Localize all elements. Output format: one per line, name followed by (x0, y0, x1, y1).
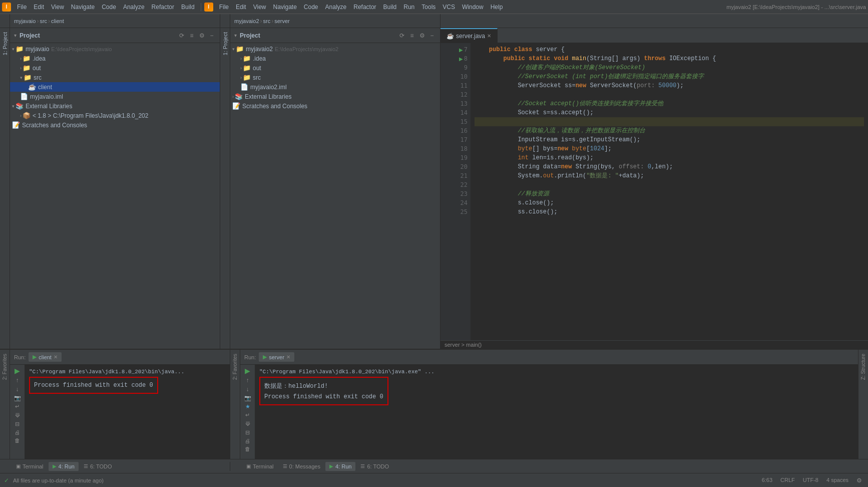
right-scratches-item[interactable]: 📝 Scratches and Consoles (230, 101, 440, 111)
menu-navigate-left[interactable]: Navigate (68, 3, 98, 12)
menu-tools[interactable]: Tools (418, 3, 439, 12)
client-run-tab[interactable]: ▶ client ✕ (29, 352, 62, 362)
run-scroll-btn-left[interactable]: ⟱ (15, 412, 20, 419)
right-bc-project[interactable]: myjavaio2 (234, 18, 259, 24)
left-idea-item[interactable]: › 📁 .idea (10, 54, 220, 63)
run-trash-btn-left[interactable]: 🗑 (15, 437, 20, 443)
todo-tab-left[interactable]: ☰ 6: TODO (80, 462, 116, 471)
run-filter-btn-left[interactable]: ⊟ (15, 421, 20, 427)
menu-window[interactable]: Window (459, 3, 487, 12)
run-star-btn-right[interactable]: ★ (245, 403, 250, 410)
run-up-btn-right[interactable]: ↑ (246, 377, 249, 384)
favorites-label-left[interactable]: 2: Favorites (1, 352, 9, 382)
code-content[interactable]: public class server { public static void… (471, 43, 868, 340)
run-wrap-btn-right[interactable]: ↵ (245, 412, 250, 418)
run-filter-btn-right[interactable]: ⊟ (245, 429, 250, 436)
left-src-item[interactable]: ▾ 📁 src (10, 73, 220, 82)
left-sdk-item[interactable]: › 📦 < 1.8 > C:\Program Files\Java\jdk1.8… (10, 111, 220, 120)
menu-edit-left[interactable]: Edit (31, 3, 47, 12)
right-out-item[interactable]: › 📁 out (230, 63, 440, 73)
todo-tab-right[interactable]: ☰ 6: TODO (356, 462, 393, 471)
bc-sep2: › (48, 18, 50, 25)
server-run-tab[interactable]: ▶ server ✕ (259, 352, 294, 362)
run-play-btn-right[interactable]: ▶ (245, 367, 250, 375)
menu-refactor-right[interactable]: Refactor (350, 3, 379, 12)
menu-code-right[interactable]: Code (301, 3, 321, 12)
run-down-btn-right[interactable]: ↓ (246, 386, 249, 393)
server-tab-close[interactable]: ✕ (286, 354, 290, 360)
run-camera-btn-right[interactable]: 📷 (244, 395, 251, 401)
menu-view-right[interactable]: View (250, 3, 269, 12)
gear-icon-right[interactable]: ⚙ (418, 32, 426, 40)
menu-view-left[interactable]: View (48, 3, 67, 12)
play-icon-7[interactable]: ▶ (459, 47, 463, 53)
run4-tab-right[interactable]: ▶ 4: Run (325, 462, 355, 471)
run-play-btn-left[interactable]: ▶ (15, 367, 20, 375)
right-iml-item[interactable]: 📄 myjavaio2.iml (230, 82, 440, 92)
menu-analyze-left[interactable]: Analyze (120, 3, 148, 12)
left-out-item[interactable]: › 📁 out (10, 63, 220, 73)
menu-refactor-left[interactable]: Refactor (149, 3, 177, 12)
run-print-btn-right[interactable]: 🖨 (245, 438, 250, 444)
status-crlf[interactable]: CRLF (778, 477, 797, 484)
left-run-output: "C:\Program Files\Java\jdk1.8.0_202\bin\… (25, 365, 230, 459)
menu-navigate-right[interactable]: Navigate (270, 3, 299, 12)
run-print-btn-left[interactable]: 🖨 (15, 429, 20, 435)
messages-tab-right[interactable]: ☰ 0: Messages (279, 462, 324, 471)
left-bc-project[interactable]: myjavaiо (14, 18, 36, 24)
right-extlibs-item[interactable]: › 📚 External Libraries (230, 92, 440, 101)
collapse-all-icon[interactable]: ≡ (188, 32, 196, 40)
left-client-item[interactable]: ☕ client (10, 82, 220, 92)
favorites-label-right[interactable]: 2: Favorites (231, 352, 239, 382)
run-trash-btn-right[interactable]: 🗑 (245, 446, 250, 452)
status-indent[interactable]: 4 spaces (824, 477, 850, 484)
left-scratches-item[interactable]: 📝 Scratches and Consoles (10, 120, 220, 130)
gear-icon-left[interactable]: ⚙ (198, 32, 206, 40)
status-encoding[interactable]: UTF-8 (801, 477, 820, 484)
status-position[interactable]: 6:63 (760, 477, 774, 484)
sync-icon[interactable]: ⟳ (178, 32, 186, 40)
right-src-item[interactable]: › 📁 src (230, 73, 440, 82)
menu-code-left[interactable]: Code (99, 3, 119, 12)
right-root-item[interactable]: ▾ 📁 myjavaio2 E:\IdeaProjects\myjavaio2 (230, 44, 440, 54)
sync-icon-right[interactable]: ⟳ (398, 32, 406, 40)
menu-file-right[interactable]: File (216, 3, 232, 12)
menu-vcs[interactable]: VCS (440, 3, 458, 12)
project-tab-label-right[interactable]: 1: Project (221, 28, 230, 59)
terminal-tab-right[interactable]: ▣ Terminal (242, 462, 278, 471)
left-root-item[interactable]: ▾ 📁 myjavaio E:\IdeaProjects\myjavaio (10, 44, 220, 54)
left-extlibs-item[interactable]: ▾ 📚 External Libraries (10, 101, 220, 111)
menu-help[interactable]: Help (488, 3, 506, 12)
code-line-12 (475, 90, 864, 99)
server-java-tab[interactable]: ☕ server.java ✕ (441, 28, 498, 43)
collapse-all-icon-right[interactable]: ≡ (408, 32, 416, 40)
menu-build-left[interactable]: Build (178, 3, 198, 12)
right-bc-src[interactable]: src (263, 18, 271, 24)
status-settings-icon[interactable]: ⚙ (854, 477, 864, 484)
structure-label[interactable]: Z: Structure (859, 352, 867, 382)
run4-tab-left[interactable]: ▶ 4: Run (49, 462, 79, 471)
menu-analyze-right[interactable]: Analyze (322, 3, 350, 12)
minimize-icon-left[interactable]: − (208, 32, 216, 40)
right-idea-item[interactable]: › 📁 .idea (230, 54, 440, 63)
left-iml-item[interactable]: 📄 myjavaio.iml (10, 92, 220, 101)
left-run-panel: Run: ▶ client ✕ ▶ ↑ ↓ 📷 ↵ ⟱ ⊟ 🖨 (10, 350, 230, 459)
client-tab-close[interactable]: ✕ (54, 354, 58, 360)
left-bc-client[interactable]: client (51, 18, 64, 24)
run-up-btn-left[interactable]: ↑ (16, 377, 19, 384)
editor-tab-close[interactable]: ✕ (487, 33, 491, 39)
run-scroll-btn-right[interactable]: ⟱ (245, 420, 250, 427)
left-bc-src[interactable]: src (40, 18, 47, 24)
run-wrap-btn-left[interactable]: ↵ (15, 403, 20, 410)
menu-build-right[interactable]: Build (380, 3, 400, 12)
play-icon-8[interactable]: ▶ (459, 56, 463, 62)
run-camera-btn-left[interactable]: 📷 (14, 395, 21, 401)
minimize-icon-right[interactable]: − (428, 32, 436, 40)
project-tab-label-left[interactable]: 1: Project (1, 28, 10, 59)
terminal-tab-left[interactable]: ▣ Terminal (12, 462, 48, 471)
menu-file-left[interactable]: File (14, 3, 30, 12)
menu-run[interactable]: Run (400, 3, 417, 12)
run-down-btn-left[interactable]: ↓ (16, 386, 19, 393)
right-bc-server[interactable]: server (274, 18, 290, 24)
menu-edit-right[interactable]: Edit (233, 3, 249, 12)
